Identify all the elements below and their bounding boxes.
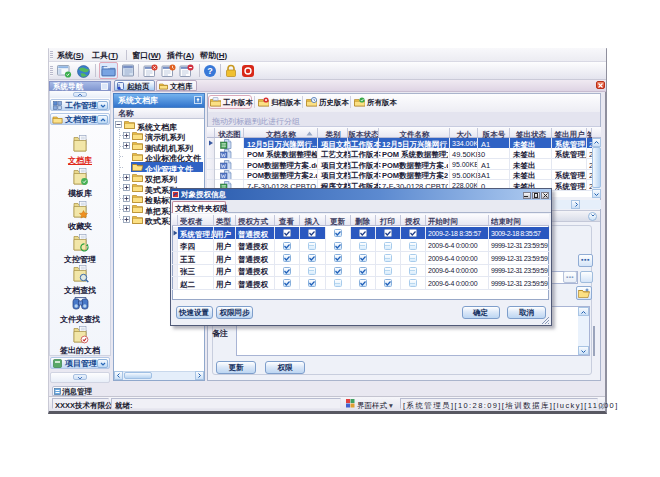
svg-text:?: ? (207, 66, 213, 76)
